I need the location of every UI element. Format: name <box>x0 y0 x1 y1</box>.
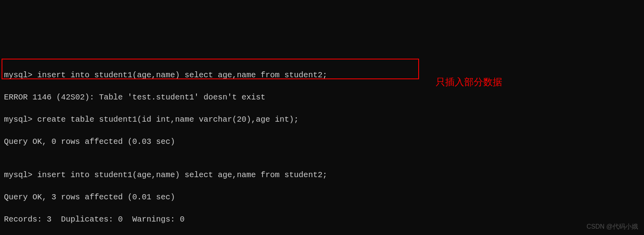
terminal-line: mysql> insert into student1(age,name) se… <box>4 170 640 181</box>
terminal-line: mysql> create table student1(id int,name… <box>4 114 640 125</box>
terminal-line: Records: 3 Duplicates: 0 Warnings: 0 <box>4 214 640 225</box>
terminal-line: ERROR 1146 (42S02): Table 'test.student1… <box>4 92 640 103</box>
terminal-line: mysql> insert into student1(age,name) se… <box>4 70 640 81</box>
watermark-text: CSDN @代码小娥 <box>587 222 638 231</box>
terminal-line: Query OK, 3 rows affected (0.01 sec) <box>4 192 640 203</box>
annotation-text: 只插入部分数据 <box>436 75 502 89</box>
terminal-line: Query OK, 0 rows affected (0.03 sec) <box>4 136 640 147</box>
terminal-output[interactable]: mysql> insert into student1(age,name) se… <box>0 44 644 235</box>
